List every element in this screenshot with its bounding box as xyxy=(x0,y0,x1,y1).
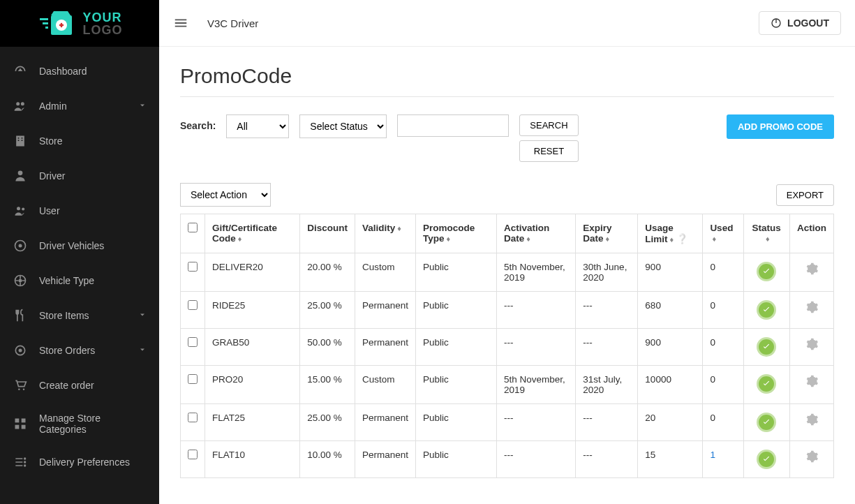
search-button[interactable]: SEARCH xyxy=(519,114,578,136)
utensils-icon xyxy=(13,308,28,323)
th-limit[interactable]: Usage Limit♦ ❔ xyxy=(638,214,703,253)
cell-limit: 20 xyxy=(638,404,703,441)
filter-select[interactable]: All xyxy=(226,114,289,138)
help-icon[interactable]: ❔ xyxy=(676,234,688,244)
target-icon xyxy=(13,238,28,253)
cell-validity: Custom xyxy=(355,253,416,292)
th-discount: Discount xyxy=(300,214,355,253)
logout-button[interactable]: LOGOUT xyxy=(759,11,841,35)
export-button[interactable]: EXPORT xyxy=(776,184,834,206)
used-link[interactable]: 1 xyxy=(710,450,715,460)
th-code[interactable]: Gift/Certificate Code♦ xyxy=(205,214,300,253)
th-validity[interactable]: Validity♦ xyxy=(355,214,416,253)
logo: YOUR LOGO xyxy=(0,0,159,47)
chevron-down-icon xyxy=(138,310,147,321)
sidebar-item-label: Store Orders xyxy=(39,345,138,356)
status-active-icon[interactable] xyxy=(757,374,776,394)
sidebar-item-driver-vehicles[interactable]: Driver Vehicles xyxy=(0,228,159,263)
table-row: PRO2015.00 %CustomPublic5th November, 20… xyxy=(181,366,834,404)
sidebar-item-admin[interactable]: Admin xyxy=(0,89,159,124)
badge-icon xyxy=(13,343,28,358)
status-active-icon[interactable] xyxy=(757,413,776,432)
search-input[interactable] xyxy=(397,114,509,137)
search-row: Search: All Select Status SEARCH RESET A… xyxy=(180,114,834,162)
gear-icon[interactable] xyxy=(805,300,819,314)
sidebar-item-driver[interactable]: Driver xyxy=(0,158,159,193)
cell-discount: 15.00 % xyxy=(300,366,355,404)
sidebar-item-label: Driver Vehicles xyxy=(39,240,147,251)
gear-icon[interactable] xyxy=(805,413,819,427)
sidebar-item-vehicle-type[interactable]: Vehicle Type xyxy=(0,263,159,298)
status-active-icon[interactable] xyxy=(757,450,776,469)
cell-type: Public xyxy=(416,329,497,366)
gear-icon[interactable] xyxy=(805,374,819,388)
cell-used: 0 xyxy=(710,374,715,385)
cell-activation: --- xyxy=(496,292,575,329)
sidebar-item-create-order[interactable]: Create order xyxy=(0,368,159,403)
gauge-icon xyxy=(13,64,28,79)
add-promocode-button[interactable]: ADD PROMO CODE xyxy=(727,114,834,139)
svg-rect-9 xyxy=(22,138,23,139)
cell-limit: 900 xyxy=(638,329,703,366)
cell-used: 0 xyxy=(710,262,715,272)
gear-icon[interactable] xyxy=(805,450,819,464)
svg-rect-8 xyxy=(18,138,20,139)
sidebar-item-label: Driver xyxy=(39,170,147,181)
row-checkbox[interactable] xyxy=(188,262,198,272)
row-checkbox[interactable] xyxy=(188,450,198,459)
reset-button[interactable]: RESET xyxy=(519,140,578,162)
actions-row: Select Action EXPORT xyxy=(180,183,834,207)
svg-point-21 xyxy=(18,389,20,391)
th-type[interactable]: Promocode Type♦ xyxy=(416,214,497,253)
th-status[interactable]: Status♦ xyxy=(743,214,789,253)
svg-point-5 xyxy=(16,102,20,105)
cell-code: GRAB50 xyxy=(205,329,300,366)
bulk-action-select[interactable]: Select Action xyxy=(180,183,271,207)
cell-activation: --- xyxy=(496,404,575,441)
row-checkbox[interactable] xyxy=(188,300,198,310)
gear-icon[interactable] xyxy=(805,337,819,351)
cell-expiry: 31st July, 2020 xyxy=(576,366,638,404)
svg-rect-2 xyxy=(40,18,48,20)
sort-icon: ♦ xyxy=(766,235,770,243)
sort-icon: ♦ xyxy=(397,224,401,232)
sidebar-item-store-orders[interactable]: Store Orders xyxy=(0,333,159,368)
sidebar-item-label: Manage Store Categories xyxy=(39,413,147,435)
logo-text-2: LOGO xyxy=(83,24,123,36)
row-checkbox[interactable] xyxy=(188,413,198,422)
sort-icon: ♦ xyxy=(526,235,530,243)
sidebar-item-delivery-preferences[interactable]: Delivery Preferences xyxy=(0,445,159,480)
promocode-table: Gift/Certificate Code♦ Discount Validity… xyxy=(180,214,834,478)
cell-expiry: --- xyxy=(576,404,638,441)
chevron-down-icon xyxy=(138,345,147,356)
cell-limit: 900 xyxy=(638,253,703,292)
th-used[interactable]: Used♦ xyxy=(703,214,743,253)
th-activation[interactable]: Activation Date♦ xyxy=(496,214,575,253)
cell-limit: 15 xyxy=(638,441,703,478)
status-active-icon[interactable] xyxy=(757,262,776,281)
status-select[interactable]: Select Status xyxy=(299,114,387,138)
select-all-checkbox[interactable] xyxy=(188,223,198,232)
hamburger-icon[interactable] xyxy=(173,15,190,31)
row-checkbox[interactable] xyxy=(188,374,198,384)
gear-icon[interactable] xyxy=(805,262,819,276)
th-expiry[interactable]: Expiry Date♦ xyxy=(576,214,638,253)
sidebar-item-manage-store-categories[interactable]: Manage Store Categories xyxy=(0,403,159,445)
wheel-icon xyxy=(13,273,28,288)
svg-rect-7 xyxy=(16,136,24,147)
row-checkbox[interactable] xyxy=(188,337,198,347)
cell-expiry: --- xyxy=(576,441,638,478)
cart-icon xyxy=(13,378,28,393)
cell-code: FLAT25 xyxy=(205,404,300,441)
cell-type: Public xyxy=(416,292,497,329)
building-icon xyxy=(13,133,28,149)
status-active-icon[interactable] xyxy=(757,337,776,357)
sidebar-item-dashboard[interactable]: Dashboard xyxy=(0,54,159,89)
driver-icon xyxy=(13,168,28,184)
logout-label: LOGOUT xyxy=(787,17,829,29)
sidebar-item-store[interactable]: Store xyxy=(0,124,159,158)
status-active-icon[interactable] xyxy=(757,300,776,320)
sidebar-item-user[interactable]: User xyxy=(0,193,159,228)
svg-point-28 xyxy=(24,461,26,463)
sidebar-item-store-items[interactable]: Store Items xyxy=(0,298,159,333)
